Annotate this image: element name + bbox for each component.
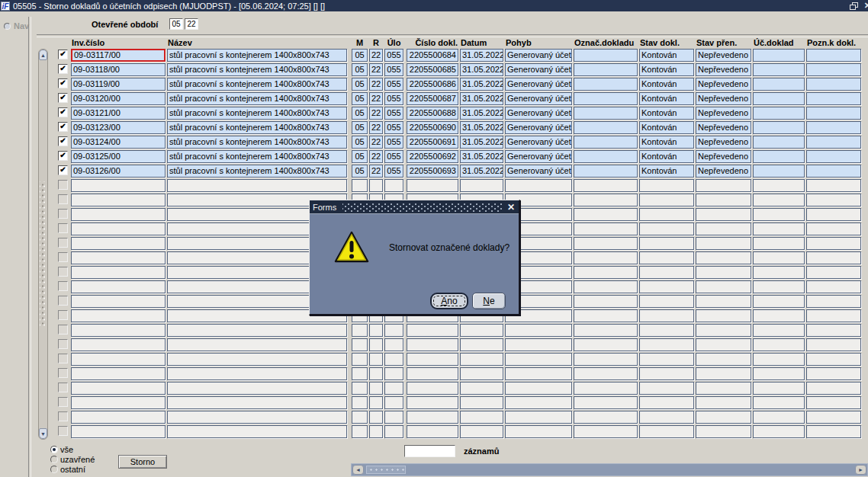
cell-doc[interactable] — [407, 338, 458, 351]
cell-oznac[interactable] — [574, 309, 638, 322]
cell-oznac[interactable] — [574, 396, 638, 409]
cell-pohyb[interactable]: Generovaný účet — [505, 78, 572, 91]
row-checkbox[interactable] — [58, 296, 68, 306]
cell-inv[interactable]: 09-03118/00 — [71, 63, 166, 76]
cell-ulo[interactable]: 055 — [384, 49, 403, 62]
storno-button[interactable]: Storno — [118, 455, 167, 469]
cell-inv[interactable] — [71, 295, 166, 308]
row-checkbox[interactable] — [58, 368, 68, 378]
cell-ulo[interactable] — [384, 324, 403, 337]
row-checkbox[interactable] — [58, 383, 68, 392]
cell-name[interactable] — [167, 382, 347, 395]
cell-date[interactable]: 31.05.2022 — [460, 150, 503, 163]
cell-m[interactable] — [352, 338, 368, 351]
cell-pren[interactable] — [696, 237, 751, 250]
cell-uc[interactable] — [753, 194, 805, 206]
cell-stav[interactable]: Kontován — [639, 63, 694, 76]
cell-oznac[interactable] — [574, 78, 638, 91]
cell-stav[interactable] — [639, 251, 694, 264]
cell-oznac[interactable] — [574, 49, 638, 62]
cell-r[interactable]: 22 — [369, 165, 383, 178]
cell-pozn[interactable] — [806, 49, 861, 62]
cell-oznac[interactable] — [574, 382, 638, 395]
cell-pozn[interactable] — [806, 425, 861, 438]
cell-stav[interactable] — [639, 237, 694, 250]
cell-r[interactable]: 22 — [369, 49, 383, 62]
cell-pohyb[interactable] — [505, 396, 572, 409]
cell-date[interactable]: 31.05.2022 — [460, 78, 503, 91]
row-checkbox[interactable] — [58, 426, 68, 436]
cell-pozn[interactable] — [806, 280, 861, 293]
cell-date[interactable] — [460, 425, 503, 438]
cell-inv[interactable] — [71, 425, 166, 438]
cell-pozn[interactable] — [806, 266, 861, 279]
cell-ulo[interactable]: 055 — [384, 63, 403, 76]
cell-r[interactable] — [369, 396, 383, 409]
cell-oznac[interactable] — [574, 266, 638, 279]
cell-pohyb[interactable] — [505, 411, 572, 424]
cell-date[interactable]: 31.05.2022 — [460, 92, 503, 105]
cell-m[interactable] — [352, 411, 368, 424]
cell-uc[interactable] — [753, 382, 805, 395]
cell-pren[interactable]: Nepřevedeno — [696, 121, 751, 134]
cell-oznac[interactable] — [574, 280, 638, 293]
cell-stav[interactable] — [639, 425, 694, 438]
cell-date[interactable] — [460, 396, 503, 409]
records-count-field[interactable] — [404, 445, 455, 457]
cell-doc[interactable] — [407, 179, 458, 192]
cell-oznac[interactable] — [574, 425, 638, 438]
cell-pren[interactable] — [696, 280, 751, 293]
cell-stav[interactable] — [639, 208, 694, 221]
cell-pohyb[interactable] — [505, 353, 572, 366]
cell-pohyb[interactable] — [505, 338, 572, 351]
cell-name[interactable]: stůl pracovní s kontejnerem 1400x800x743 — [167, 165, 347, 178]
cell-pren[interactable]: Nepřevedeno — [696, 165, 751, 178]
cell-name[interactable] — [167, 425, 347, 438]
row-checkbox[interactable] — [58, 180, 68, 190]
row-checkbox[interactable]: ✔ — [58, 122, 68, 132]
cell-r[interactable]: 22 — [369, 136, 383, 149]
cell-r[interactable] — [369, 353, 383, 366]
cell-date[interactable] — [460, 411, 503, 424]
cell-r[interactable] — [369, 382, 383, 395]
cell-inv[interactable] — [71, 411, 166, 424]
cell-stav[interactable] — [639, 396, 694, 409]
cell-inv[interactable] — [71, 179, 166, 192]
cell-pren[interactable]: Nepřevedeno — [696, 78, 751, 91]
cell-uc[interactable] — [753, 179, 805, 192]
cell-ulo[interactable] — [384, 411, 403, 424]
cell-inv[interactable]: 09-03123/00 — [71, 121, 166, 134]
row-checkbox[interactable]: ✔ — [58, 151, 68, 161]
cell-doc[interactable]: 2205500693 — [407, 165, 458, 178]
cell-pozn[interactable] — [806, 396, 861, 409]
cell-name[interactable] — [167, 324, 347, 337]
cell-oznac[interactable] — [574, 208, 638, 221]
cell-pren[interactable]: Nepřevedeno — [696, 107, 751, 120]
filter-radio-ostatni[interactable]: ostatní — [50, 465, 85, 474]
cell-pozn[interactable] — [806, 222, 861, 235]
cell-pohyb[interactable]: Generovaný účet — [505, 92, 572, 105]
cell-pren[interactable] — [696, 222, 751, 235]
cell-date[interactable]: 31.05.2022 — [460, 121, 503, 134]
cell-m[interactable]: 05 — [352, 49, 368, 62]
cell-pohyb[interactable]: Generovaný účet — [505, 107, 572, 120]
cell-m[interactable]: 05 — [352, 136, 368, 149]
cell-pren[interactable]: Nepřevedeno — [696, 150, 751, 163]
cell-date[interactable]: 31.05.2022 — [460, 63, 503, 76]
cell-r[interactable] — [369, 179, 383, 192]
cell-uc[interactable] — [753, 150, 805, 163]
cell-doc[interactable]: 2205500691 — [407, 136, 458, 149]
cell-name[interactable] — [167, 353, 347, 366]
cell-inv[interactable]: 09-03120/00 — [71, 92, 166, 105]
cell-r[interactable] — [369, 411, 383, 424]
cell-oznac[interactable] — [574, 251, 638, 264]
cell-stav[interactable]: Kontován — [639, 49, 694, 62]
cell-stav[interactable] — [639, 194, 694, 206]
cell-r[interactable] — [369, 367, 383, 380]
cell-stav[interactable] — [639, 309, 694, 322]
dialog-no-button[interactable]: Ne — [472, 293, 506, 309]
cell-ulo[interactable] — [384, 367, 403, 380]
cell-ulo[interactable] — [384, 382, 403, 395]
cell-pohyb[interactable]: Generovaný účet — [505, 63, 572, 76]
cell-oznac[interactable] — [574, 165, 638, 178]
